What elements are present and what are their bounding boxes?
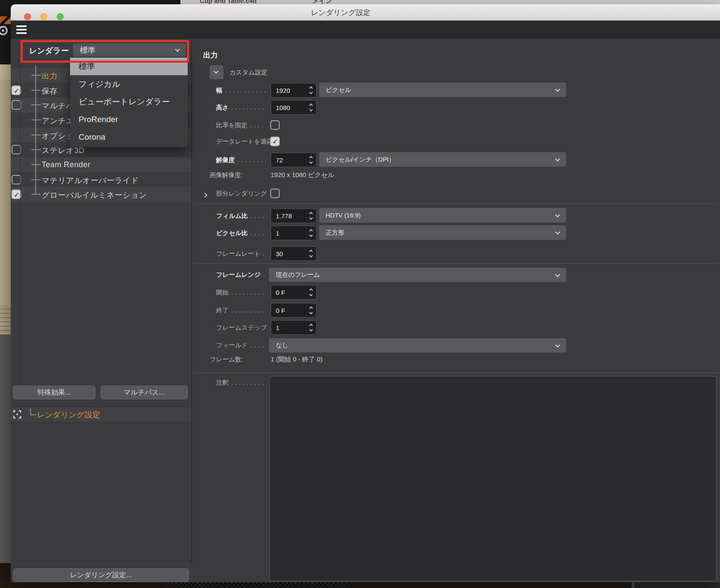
annotation-highlight-box xyxy=(21,40,189,63)
render-settings-preset-button[interactable]: レンダリング設定... xyxy=(13,568,189,582)
frame-range-dropdown[interactable]: 現在のフレーム xyxy=(269,268,566,282)
renderer-option-4[interactable]: Corona xyxy=(70,128,188,146)
frame-count-value: 1 (開始 0 - 終了 0) xyxy=(271,355,323,364)
tree-branch xyxy=(31,179,41,180)
effects-button[interactable]: 特殊効果... xyxy=(13,386,95,399)
resolution-stepper[interactable]: 72 xyxy=(271,153,317,167)
sidebar-item-6[interactable]: Team Render xyxy=(11,157,191,172)
dotted-leader xyxy=(251,217,266,218)
adapt-data-rate-label: データレートを適応 xyxy=(216,137,270,146)
stepper-arrows-icon[interactable] xyxy=(310,156,312,163)
stepper-arrows-icon[interactable] xyxy=(310,324,312,331)
renderer-option-2[interactable]: ビューポートレンダラー xyxy=(70,93,188,110)
resolution-value: 72 xyxy=(276,156,283,164)
stepper-arrows-icon[interactable] xyxy=(310,307,312,314)
background-viewport-strip xyxy=(0,0,11,588)
checked-checkbox[interactable] xyxy=(12,86,21,95)
close-button[interactable] xyxy=(24,13,31,20)
preset-item-label: レンダリング設定 xyxy=(37,410,100,420)
dotted-leader xyxy=(238,161,266,162)
gear-icon xyxy=(0,24,9,37)
frame-step-stepper[interactable]: 1 xyxy=(271,320,317,335)
renderer-option-3[interactable]: ProRender xyxy=(70,110,188,128)
partial-render-checkbox[interactable] xyxy=(270,189,280,198)
frame-step-label: フレームステップ xyxy=(216,323,270,332)
hamburger-icon[interactable] xyxy=(16,25,27,34)
dotted-leader xyxy=(251,346,266,347)
resolution-unit-dropdown[interactable]: ピクセル/インチ（DPI） xyxy=(319,152,566,167)
dotted-leader xyxy=(232,312,266,312)
unchecked-checkbox[interactable] xyxy=(12,175,21,184)
stepper-arrows-icon[interactable] xyxy=(310,230,312,236)
pixel-aspect-preset-dropdown[interactable]: 正方形 xyxy=(319,225,566,240)
width-value: 1920 xyxy=(276,87,290,94)
tree-branch xyxy=(31,149,41,150)
minimize-button[interactable] xyxy=(40,13,47,20)
background-document-title: Cup and Table.c4d xyxy=(200,0,256,4)
output-header: 出力 xyxy=(203,50,218,60)
unchecked-checkbox[interactable] xyxy=(12,100,21,110)
dotted-leader xyxy=(232,384,266,385)
sidebar-item-7[interactable]: マテリアルオーバーライド xyxy=(11,172,191,187)
sidebar-item-8[interactable]: グローバルイルミネーション xyxy=(11,187,191,202)
lock-ratio-checkbox[interactable] xyxy=(270,120,280,130)
frame-rate-stepper[interactable]: 30 xyxy=(271,246,317,261)
start-value: 0 F xyxy=(276,289,285,296)
stepper-arrows-icon[interactable] xyxy=(310,212,312,219)
dialog-menubar xyxy=(11,21,720,39)
lock-ratio-label: 比率を固定 xyxy=(216,121,268,129)
height-stepper[interactable]: 1080 xyxy=(271,100,317,115)
tree-elbow xyxy=(30,414,37,415)
custom-settings-dropdown-button[interactable] xyxy=(210,65,223,79)
stepper-arrows-icon[interactable] xyxy=(310,289,312,296)
multipass-button[interactable]: マルチパス... xyxy=(101,386,188,399)
dotted-leader xyxy=(264,276,266,277)
adapt-data-rate-checkbox[interactable] xyxy=(270,137,280,146)
end-value: 0 F xyxy=(276,307,285,314)
frame-count-label: フレーム数: xyxy=(210,355,243,364)
film-aspect-preset-dropdown[interactable]: HDTV (16:9) xyxy=(319,208,566,223)
field-dropdown[interactable]: なし xyxy=(269,338,566,352)
width-stepper[interactable]: 1920 xyxy=(271,83,317,98)
background-menu-label: メイン xyxy=(312,0,332,4)
expand-chevron-icon[interactable] xyxy=(203,191,207,199)
film-aspect-value: 1.778 xyxy=(276,212,292,220)
render-settings-preset-item[interactable]: レンダリング設定 xyxy=(11,407,191,422)
sidebar-item-label: 出力 xyxy=(42,71,58,81)
end-stepper[interactable]: 0 F xyxy=(271,303,317,318)
end-label: 終了 xyxy=(216,306,268,315)
sidebar-item-label: Team Render xyxy=(42,160,91,169)
background-app-titlebar: Cup and Table.c4d メイン xyxy=(0,0,720,4)
tree-branch xyxy=(31,135,41,135)
pixel-aspect-stepper[interactable]: 1 xyxy=(271,226,317,240)
chevron-down-icon xyxy=(555,343,560,347)
height-value: 1080 xyxy=(276,104,290,111)
renderer-option-1[interactable]: フィジカル xyxy=(70,75,188,93)
renderer-dropdown-menu: 標準フィジカルビューポートレンダラーProRenderCorona xyxy=(70,58,188,147)
zoom-button[interactable] xyxy=(57,13,64,20)
unchecked-checkbox[interactable] xyxy=(12,145,21,154)
background-scene-bottom xyxy=(0,582,720,588)
stepper-arrows-icon[interactable] xyxy=(310,250,312,257)
stepper-arrows-icon[interactable] xyxy=(310,104,312,111)
dotted-leader xyxy=(226,92,266,92)
film-aspect-stepper[interactable]: 1.778 xyxy=(271,208,317,223)
tree-elbow xyxy=(30,408,31,415)
chevron-down-icon xyxy=(555,272,560,277)
annotation-textarea[interactable] xyxy=(269,376,717,581)
dotted-leader xyxy=(232,294,266,294)
width-unit-dropdown[interactable]: ピクセル xyxy=(319,83,566,97)
start-stepper[interactable]: 0 F xyxy=(271,285,317,300)
wireframe-mesh-fragment xyxy=(165,582,349,588)
chevron-down-icon xyxy=(555,212,560,217)
tree-branch xyxy=(31,75,41,76)
stepper-arrows-icon[interactable] xyxy=(310,87,312,94)
checked-checkbox[interactable] xyxy=(12,190,21,199)
frame-rate-label: フレームレート xyxy=(216,249,268,258)
panel-divider xyxy=(191,39,192,563)
tree-branch xyxy=(31,90,41,91)
annotation-label: 注釈 xyxy=(216,378,268,387)
render-settings-icon xyxy=(13,410,21,419)
sidebar-item-label: グローバルイルミネーション xyxy=(42,190,147,200)
image-resolution-value: 1920 x 1080 ピクセル xyxy=(271,171,334,180)
